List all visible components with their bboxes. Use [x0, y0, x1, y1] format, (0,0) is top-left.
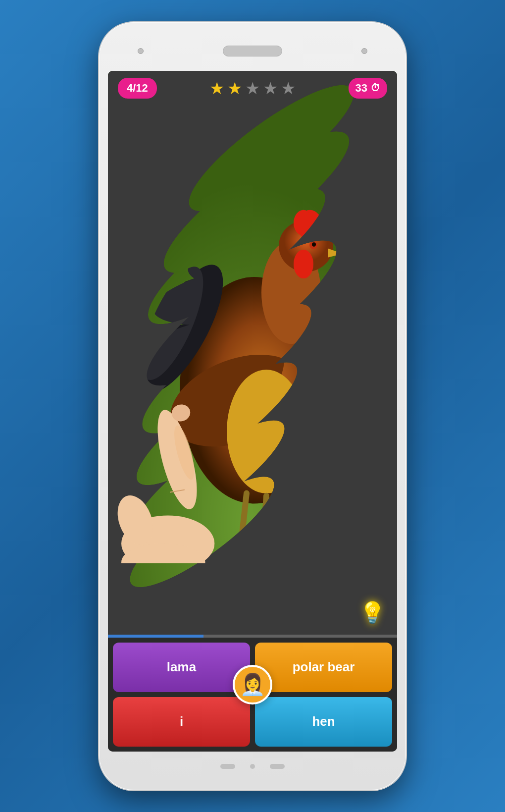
phone-screen: 4/12 ★ ★ ★ ★ ★ 33 ⏱	[108, 71, 397, 752]
answer-button-hen[interactable]: hen	[255, 697, 392, 747]
nav-recents-button[interactable]	[270, 764, 285, 769]
game-image-area[interactable]: 💡	[108, 71, 397, 638]
nav-back-button[interactable]	[220, 764, 235, 769]
lightbulb-icon: 💡	[359, 600, 385, 625]
star-5: ★	[281, 80, 296, 97]
phone-frame: 4/12 ★ ★ ★ ★ ★ 33 ⏱	[99, 22, 406, 790]
speaker-grille	[223, 46, 282, 56]
svg-rect-19	[108, 71, 397, 638]
assistant-face-icon: 👩‍💼	[240, 672, 265, 697]
game-header: 4/12 ★ ★ ★ ★ ★ 33 ⏱	[108, 71, 397, 106]
timer-value: 33	[355, 82, 367, 95]
answer-button-i[interactable]: i	[113, 697, 250, 747]
stars-rating: ★ ★ ★ ★ ★	[209, 80, 296, 97]
phone-bottom-bar	[108, 752, 397, 781]
chalkboard-overlay	[108, 71, 397, 638]
hint-button[interactable]: 💡	[357, 598, 387, 628]
star-3: ★	[245, 80, 260, 97]
front-camera	[138, 48, 144, 54]
answer-button-polar-bear[interactable]: polar bear	[255, 643, 392, 692]
timer-badge: 33 ⏱	[349, 78, 387, 99]
star-2: ★	[227, 80, 242, 97]
nav-home-button[interactable]	[250, 764, 255, 769]
phone-top-bar	[108, 31, 397, 71]
answer-button-lama[interactable]: lama	[113, 643, 250, 692]
star-1: ★	[209, 80, 224, 97]
score-badge: 4/12	[118, 78, 157, 99]
assistant-avatar[interactable]: 👩‍💼	[233, 665, 272, 704]
timer-icon: ⏱	[370, 82, 380, 94]
star-4: ★	[263, 80, 278, 97]
answer-buttons-grid: lama polar bear i hen 👩‍💼	[108, 638, 397, 752]
secondary-camera	[361, 48, 367, 54]
progress-bar-fill	[108, 635, 203, 638]
progress-bar-container	[108, 635, 397, 638]
